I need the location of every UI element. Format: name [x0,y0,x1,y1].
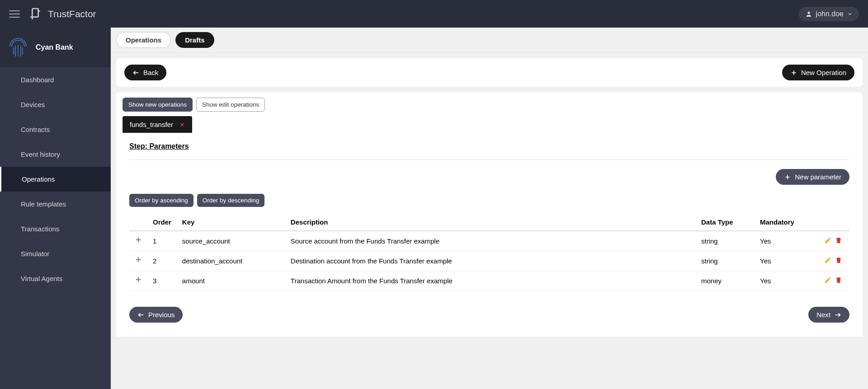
main-content: Operations Drafts Back New Operation [111,28,868,389]
cell-mandatory: Yes [755,271,813,291]
cell-mandatory: Yes [755,231,813,251]
cell-data-type: string [696,231,755,251]
sidebar-item-simulator[interactable]: Simulator [0,241,111,266]
sidebar-item-devices[interactable]: Devices [0,92,111,117]
sidebar-item-operations[interactable]: Operations [0,167,111,192]
close-tab-icon[interactable]: ✕ [179,121,185,128]
cell-order: 2 [147,251,177,271]
step-title: Step: Parameters [129,142,849,150]
sidebar-item-transactions[interactable]: Transactions [0,216,111,241]
edit-icon[interactable] [822,238,833,245]
user-menu[interactable]: john.doe [799,7,859,21]
cell-description: Source account from the Funds Transfer e… [285,231,696,251]
org-name: Cyan Bank [36,43,73,52]
logo-icon [28,7,42,21]
sidebar: Cyan Bank Dashboard Devices Contracts Ev… [0,28,111,389]
divider [129,159,849,160]
table-row: 3amountTransaction Amount from the Funds… [129,271,849,291]
previous-button[interactable]: Previous [129,307,183,323]
operation-tab-label: funds_transfer [130,121,173,128]
operation-tabs: funds_transfer ✕ [116,116,863,133]
drag-handle-icon[interactable] [129,251,147,271]
filter-show-new[interactable]: Show new operations [123,98,193,112]
sidebar-item-rule-templates[interactable]: Rule templates [0,192,111,216]
sidebar-item-contracts[interactable]: Contracts [0,117,111,142]
cell-order: 1 [147,231,177,251]
draft-card: Show new operations Show edit operations… [116,92,863,337]
col-order: Order [147,214,177,231]
new-parameter-button[interactable]: New parameter [776,169,849,185]
delete-icon[interactable] [833,258,844,265]
view-tabs: Operations Drafts [111,28,868,53]
edit-icon[interactable] [822,277,833,285]
previous-label: Previous [148,311,175,319]
header-left: TrustFactor [9,7,96,21]
user-icon [805,10,812,18]
table-row: 1source_accountSource account from the F… [129,231,849,251]
order-ascending-button[interactable]: Order by ascending [129,194,193,207]
new-operation-button[interactable]: New Operation [782,65,854,80]
cell-order: 3 [147,271,177,291]
tab-drafts[interactable]: Drafts [175,32,214,48]
arrow-right-icon [834,311,841,319]
delete-icon[interactable] [833,238,844,245]
svg-point-1 [807,11,810,14]
cell-key: amount [177,271,285,291]
cell-mandatory: Yes [755,251,813,271]
cell-description: Transaction Amount from the Funds Transf… [285,271,696,291]
step-panel: Step: Parameters New parameter Order by … [116,133,863,337]
action-bar: Back New Operation [116,58,863,87]
drag-handle-icon[interactable] [129,271,147,291]
svg-rect-0 [32,9,38,17]
arrow-left-icon [137,311,145,319]
cell-data-type: money [696,271,755,291]
operation-tab-funds-transfer[interactable]: funds_transfer ✕ [123,116,192,133]
org-block: Cyan Bank [0,28,111,67]
app-header: TrustFactor john.doe [0,0,868,28]
sidebar-item-dashboard[interactable]: Dashboard [0,67,111,92]
drag-handle-icon[interactable] [129,231,147,251]
plus-icon [790,69,797,76]
table-row: 2destination_accountDestination account … [129,251,849,271]
filter-buttons: Show new operations Show edit operations [116,98,863,116]
back-label: Back [143,69,158,76]
cell-key: source_account [177,231,285,251]
new-parameter-label: New parameter [795,173,841,181]
cell-description: Destination account from the Funds Trans… [285,251,696,271]
hamburger-menu-icon[interactable] [9,10,20,18]
order-descending-button[interactable]: Order by descending [197,194,264,207]
user-name: john.doe [816,10,844,18]
cell-key: destination_account [177,251,285,271]
arrow-left-icon [132,69,140,76]
delete-icon[interactable] [833,277,844,285]
col-key: Key [177,214,285,231]
next-label: Next [816,311,830,319]
filter-show-edit[interactable]: Show edit operations [196,98,265,112]
col-description: Description [285,214,696,231]
sidebar-item-virtual-agents[interactable]: Virtual Agents [0,266,111,291]
back-button[interactable]: Back [124,65,166,80]
col-data-type: Data Type [696,214,755,231]
edit-icon[interactable] [822,258,833,265]
org-logo-icon [7,37,29,58]
next-button[interactable]: Next [808,307,849,323]
cell-data-type: string [696,251,755,271]
app-title: TrustFactor [48,9,96,19]
sidebar-item-event-history[interactable]: Event history [0,142,111,167]
new-operation-label: New Operation [801,69,846,76]
plus-icon [784,173,791,181]
chevron-down-icon [847,11,853,17]
tab-operations[interactable]: Operations [116,32,171,48]
parameters-table: Order Key Description Data Type Mandator… [129,214,849,291]
col-mandatory: Mandatory [755,214,813,231]
app-logo: TrustFactor [28,7,96,21]
